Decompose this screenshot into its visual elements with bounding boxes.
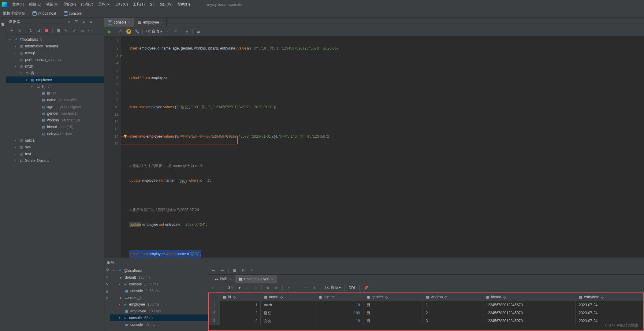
menu-git[interactable]: Git xyxy=(150,2,154,7)
stop-icon[interactable] xyxy=(44,28,49,33)
chevron-down-icon[interactable]: ▾ xyxy=(239,286,240,290)
add-icon[interactable]: ＋ xyxy=(249,268,254,273)
close-icon[interactable]: × xyxy=(128,20,130,24)
code-editor[interactable]: 123✔4567891011121314💡15 insert employee(… xyxy=(104,36,644,258)
add-icon[interactable]: ＋ xyxy=(105,303,110,308)
wrench-icon[interactable]: 🔧 xyxy=(134,29,139,34)
jump-icon[interactable]: ↗ xyxy=(72,28,76,33)
menu-code[interactable]: 代码(C) xyxy=(81,2,93,7)
layout-icon[interactable]: ⊞ xyxy=(232,268,237,273)
gear-icon[interactable]: ⚙ xyxy=(88,20,93,24)
add-row-icon[interactable]: ＋ xyxy=(286,285,291,290)
menu-file[interactable]: 文件(F) xyxy=(12,2,24,7)
commit-icon[interactable]: ✓ xyxy=(165,29,170,34)
settings-icon[interactable]: ☰ xyxy=(196,29,201,34)
stop-icon[interactable]: ■ xyxy=(184,29,189,34)
tree-schema[interactable]: mysql xyxy=(25,51,35,55)
tree-col[interactable]: entrydate xyxy=(47,132,62,136)
stop-icon[interactable]: ■ xyxy=(274,285,279,290)
menu-navigate[interactable]: 导航(N) xyxy=(63,2,76,7)
submit-icon[interactable]: ⬆ xyxy=(312,285,317,290)
collapse-icon[interactable]: ⤡ xyxy=(105,281,110,286)
tree-col[interactable]: age xyxy=(47,105,53,109)
svc-tab-result[interactable]: ▦rmzh.employee× xyxy=(235,275,277,283)
tab-employee[interactable]: ▦employee× xyxy=(134,18,167,27)
menu-refactor[interactable]: 重构(R) xyxy=(98,2,111,7)
tree-col[interactable]: id xyxy=(47,91,50,95)
pin-icon[interactable]: ⚐ xyxy=(241,268,246,273)
table-row[interactable]: 33玄奘18男31234567830123450782023-07-24 xyxy=(209,317,643,325)
pin-icon[interactable]: 📌 xyxy=(363,285,368,290)
edit-icon[interactable]: ✎ xyxy=(64,28,69,33)
tx-mode-select[interactable]: Tx: 自动 ▾ xyxy=(146,29,162,34)
rollback-icon[interactable]: ↶ xyxy=(173,29,178,34)
minimize-icon[interactable]: — xyxy=(96,20,101,24)
tree-columns[interactable]: 列 xyxy=(42,84,45,89)
menu-edit[interactable]: 编辑(E) xyxy=(29,2,41,7)
console-icon xyxy=(64,11,68,16)
menu-run[interactable]: 运行(U) xyxy=(115,2,128,7)
tree-table-employee[interactable]: employee xyxy=(36,78,52,82)
copy-icon[interactable]: ⧉ xyxy=(17,28,22,33)
tree-server-objects[interactable]: Server Objects xyxy=(25,158,49,163)
menu-tools[interactable]: 工具(T) xyxy=(133,2,145,7)
filter-icon[interactable]: ☰ xyxy=(74,20,79,24)
table-row[interactable]: 11rmzh18男11234567890123456782023-07-24 xyxy=(209,301,643,309)
database-tree[interactable]: ▾🗄@localhost8 ▸◫information_schema ▸◫mys… xyxy=(6,35,104,331)
editor-tabs: console× ▦employee× xyxy=(104,18,644,27)
first-icon[interactable]: ⇤ xyxy=(211,285,216,290)
explain-icon[interactable]: P xyxy=(126,29,131,34)
tree-schema[interactable]: sys xyxy=(25,145,31,149)
group-icon[interactable]: ⊞ xyxy=(105,289,110,294)
tree-col[interactable]: workno xyxy=(47,118,59,122)
tree-schema[interactable]: test xyxy=(25,152,31,156)
revert-icon[interactable]: ↶ xyxy=(303,285,308,290)
table-row[interactable]: 22悟空180男21234567890123450782023-07-24 xyxy=(209,309,643,317)
tree-schema[interactable]: sakila xyxy=(25,138,35,143)
more-icon[interactable]: ⋯ xyxy=(87,28,92,33)
remove-row-icon[interactable]: − xyxy=(295,285,300,290)
expand-icon[interactable]: ⤢ xyxy=(105,274,110,279)
outdent-icon[interactable]: ⇥ xyxy=(220,268,225,273)
result-grid[interactable]: ▦ id ◇ ▦ name ◇ ▦ age ◇ ▦ gender ◇ ▦ wor… xyxy=(208,292,644,331)
close-icon[interactable]: × xyxy=(161,20,163,24)
prev-icon[interactable]: ‹ xyxy=(220,285,225,290)
tree-schema-rmzh[interactable]: rmzh xyxy=(25,64,33,69)
add-icon[interactable]: ＋ xyxy=(9,28,14,33)
tree-host[interactable]: @localhost xyxy=(20,37,38,42)
reload-icon[interactable]: ↻ xyxy=(265,285,270,290)
menu-help[interactable]: 帮助(H) xyxy=(177,2,190,7)
breadcrumb-root[interactable]: 数据库控制台 xyxy=(3,11,25,16)
sql-icon[interactable]: ▭ xyxy=(80,28,84,33)
tree-col[interactable]: gender xyxy=(47,111,58,116)
menu-window[interactable]: 窗口(W) xyxy=(159,2,173,7)
tree-schema[interactable]: information_schema xyxy=(25,44,58,48)
refresh-icon[interactable]: ↻ xyxy=(28,28,33,33)
bookmark-icon[interactable]: ⚐ xyxy=(105,296,110,301)
code-area[interactable]: insert employee(id, name, age, gender, w… xyxy=(121,36,644,258)
services-tree[interactable]: ▾🗄@localhost ▸default136 ms ▾▸console_15… xyxy=(110,266,208,331)
play-icon[interactable]: ▶ xyxy=(107,29,112,34)
tab-console[interactable]: console× xyxy=(104,18,134,27)
table-icon[interactable]: ▦ xyxy=(56,28,61,33)
target-icon[interactable]: ⊕ xyxy=(66,20,71,24)
history-icon[interactable]: ◷ xyxy=(118,29,123,34)
tree-tables[interactable]: 表 xyxy=(31,71,34,76)
tree-col[interactable]: idcard xyxy=(47,125,57,129)
breadcrumb-host[interactable]: @localhost xyxy=(32,11,56,16)
breadcrumb-console[interactable]: console xyxy=(64,11,82,16)
tree-schema[interactable]: performance_schema xyxy=(25,58,61,62)
indent-icon[interactable]: ⇤ xyxy=(211,268,216,273)
tree-col[interactable]: name xyxy=(47,98,56,102)
ddl-button[interactable]: DDL xyxy=(348,286,356,290)
services-title: 服务 xyxy=(107,260,114,265)
database-tool-tab[interactable]: 数据库 xyxy=(1,18,5,22)
svc-tab-output[interactable]: ▸▸输出× xyxy=(211,275,235,283)
last-icon[interactable]: ⇥ xyxy=(253,285,258,290)
collapse-icon[interactable]: ⇲ xyxy=(81,20,86,24)
sync-icon[interactable]: ⇄ xyxy=(36,28,41,33)
tx-select[interactable]: Tx: 自动 ▾ xyxy=(325,285,341,290)
next-icon[interactable]: › xyxy=(244,285,249,290)
tx-icon[interactable]: Tx xyxy=(105,267,109,272)
menu-view[interactable]: 视图(V) xyxy=(46,2,58,7)
